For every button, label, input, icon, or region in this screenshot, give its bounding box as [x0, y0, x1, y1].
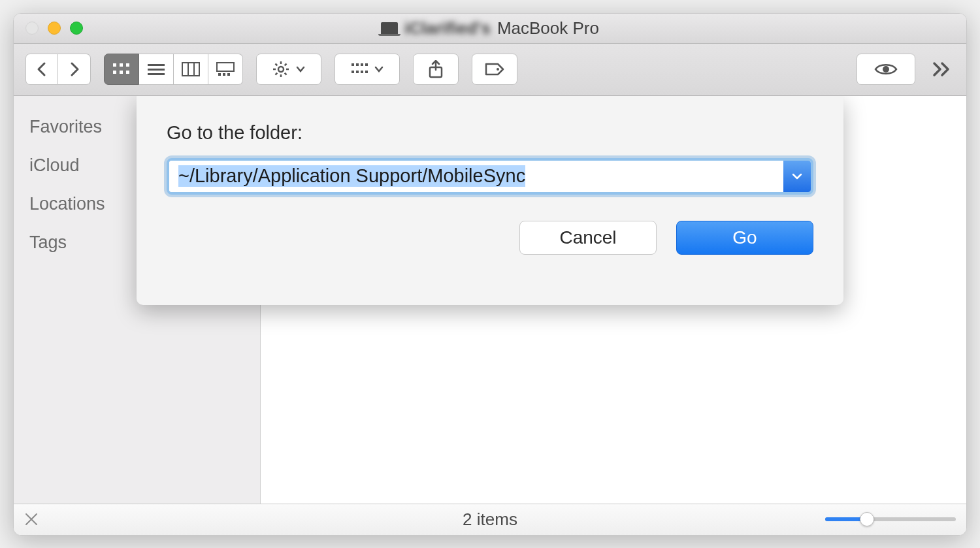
laptop-icon	[381, 22, 398, 34]
dialog-buttons: Cancel Go	[167, 221, 813, 255]
window-title: iClarified's MacBook Pro	[381, 18, 599, 39]
path-dropdown-button[interactable]	[783, 161, 811, 192]
grid-icon	[112, 63, 131, 76]
svg-rect-25	[351, 63, 354, 66]
gallery-icon	[216, 62, 235, 76]
titlebar: iClarified's MacBook Pro	[14, 14, 966, 44]
action-menu-group	[256, 54, 321, 85]
svg-rect-2	[126, 63, 129, 67]
chevron-right-icon	[69, 61, 80, 77]
gear-icon	[272, 61, 289, 78]
svg-rect-26	[356, 63, 359, 66]
svg-rect-12	[217, 63, 234, 71]
icon-view-button[interactable]	[104, 54, 139, 85]
eye-icon	[874, 62, 898, 76]
svg-rect-28	[365, 63, 368, 66]
share-group	[413, 54, 459, 85]
group-menu-button[interactable]	[335, 54, 400, 85]
back-button[interactable]	[25, 54, 58, 85]
path-combobox	[167, 158, 813, 195]
svg-rect-15	[227, 73, 230, 76]
toolbar	[14, 44, 966, 96]
tag-icon	[485, 62, 504, 76]
svg-rect-3	[113, 71, 116, 74]
svg-line-22	[285, 73, 287, 75]
svg-rect-30	[356, 71, 359, 73]
finder-window: iClarified's MacBook Pro	[13, 13, 967, 536]
toolbar-overflow-button[interactable]	[928, 61, 955, 77]
svg-rect-7	[148, 69, 165, 71]
svg-rect-9	[182, 63, 199, 76]
gallery-view-button[interactable]	[208, 54, 243, 85]
go-button[interactable]: Go	[676, 221, 813, 255]
svg-rect-31	[361, 71, 363, 73]
svg-rect-13	[218, 73, 221, 76]
traffic-lights	[25, 22, 83, 35]
dialog-label: Go to the folder:	[167, 122, 813, 144]
svg-rect-4	[120, 71, 123, 74]
column-view-button[interactable]	[174, 54, 208, 85]
view-mode-group	[104, 54, 243, 85]
chevron-down-icon	[374, 66, 384, 73]
window-title-owner: iClarified's	[404, 18, 491, 39]
status-text: 2 items	[463, 509, 517, 530]
svg-rect-32	[365, 71, 368, 73]
navigation-group	[25, 54, 91, 85]
svg-rect-8	[148, 73, 165, 75]
svg-line-21	[276, 64, 278, 66]
list-icon	[147, 63, 165, 76]
svg-point-34	[497, 68, 499, 71]
svg-rect-29	[351, 71, 354, 73]
svg-line-23	[285, 64, 287, 66]
content-area: Favorites iCloud Locations Tags Go to th…	[14, 96, 966, 504]
svg-rect-6	[148, 64, 165, 66]
fullscreen-button[interactable]	[70, 22, 83, 35]
svg-rect-1	[120, 63, 123, 67]
close-button[interactable]	[25, 22, 39, 35]
window-title-device: MacBook Pro	[497, 18, 599, 39]
chevron-left-icon	[37, 61, 47, 77]
chevron-double-right-icon	[932, 61, 951, 77]
share-button[interactable]	[413, 54, 459, 85]
go-to-folder-dialog: Go to the folder: Cancel Go	[137, 96, 843, 305]
path-input[interactable]	[169, 161, 783, 192]
columns-icon	[182, 62, 200, 76]
cancel-button[interactable]: Cancel	[519, 221, 657, 255]
preview-group	[857, 54, 915, 85]
forward-button[interactable]	[58, 54, 91, 85]
path-bar-toggle-icon[interactable]	[24, 512, 39, 526]
chevron-down-icon	[296, 66, 305, 73]
grid-small-icon	[351, 63, 368, 76]
svg-rect-27	[361, 63, 363, 66]
zoom-slider-thumb[interactable]	[860, 512, 874, 526]
svg-point-16	[278, 67, 284, 72]
svg-rect-5	[126, 71, 129, 74]
svg-rect-0	[113, 63, 116, 67]
group-menu-group	[335, 54, 400, 85]
edit-tags-button[interactable]	[472, 54, 517, 85]
chevron-down-icon	[792, 172, 802, 180]
svg-rect-14	[223, 73, 225, 76]
svg-line-24	[276, 73, 278, 75]
zoom-slider[interactable]	[825, 517, 956, 521]
quick-look-button[interactable]	[857, 54, 915, 85]
minimize-button[interactable]	[48, 22, 61, 35]
statusbar: 2 items	[14, 504, 966, 535]
svg-point-35	[883, 66, 889, 73]
action-menu-button[interactable]	[256, 54, 321, 85]
share-icon	[429, 60, 443, 78]
list-view-button[interactable]	[139, 54, 174, 85]
tags-group	[472, 54, 517, 85]
